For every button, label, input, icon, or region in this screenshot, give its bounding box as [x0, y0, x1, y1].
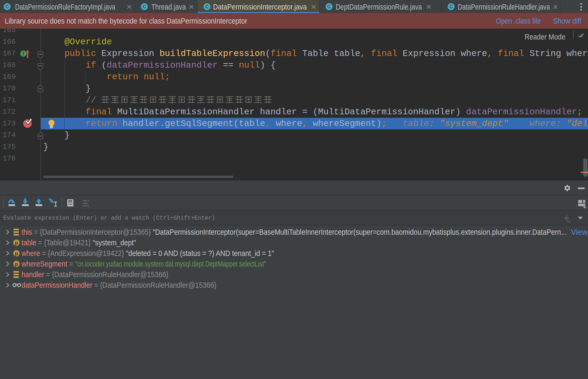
svg-text:p: p	[15, 251, 18, 256]
svg-text:p: p	[15, 240, 18, 246]
svg-text:I: I	[22, 51, 24, 56]
svg-text:p: p	[15, 261, 18, 267]
